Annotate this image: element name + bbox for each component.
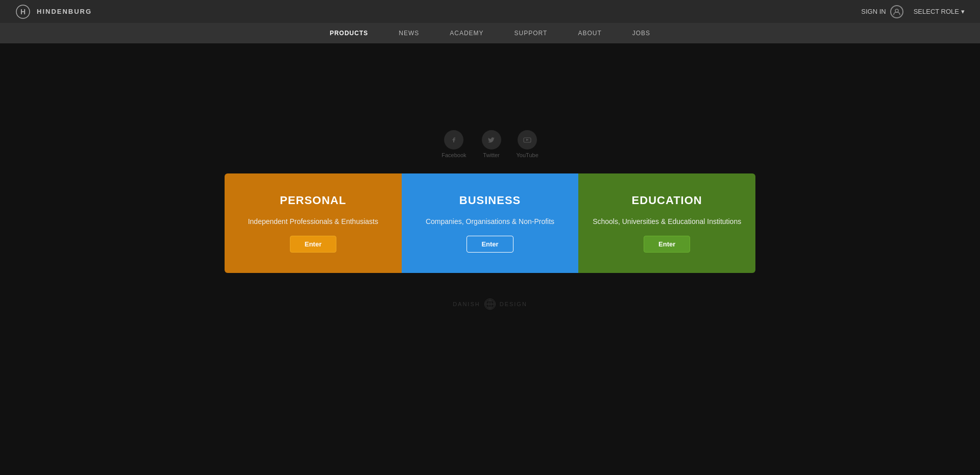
twitter-social-item[interactable]: Twitter (482, 130, 501, 158)
facebook-label: Facebook (442, 152, 466, 158)
hindenburg-logo-icon: H (15, 4, 31, 19)
business-enter-button[interactable]: Enter (467, 236, 513, 253)
personal-enter-button[interactable]: Enter (290, 236, 336, 253)
danish-logo-icon (484, 298, 496, 310)
chevron-down-icon: ▾ (961, 8, 965, 15)
personal-subtitle: Independent Professionals & Enthusiasts (248, 217, 378, 226)
header: H HINDENBURG SIGN IN SELECT ROLE ▾ (0, 0, 980, 23)
youtube-icon (518, 130, 537, 149)
education-title: EDUCATION (632, 194, 702, 207)
business-role-card: BUSINESS Companies, Organisations & Non-… (402, 173, 579, 273)
select-role-label: SELECT ROLE (914, 8, 959, 15)
youtube-social-item[interactable]: YouTube (517, 130, 538, 158)
personal-role-card: PERSONAL Independent Professionals & Ent… (225, 173, 402, 273)
social-icons-container: Facebook Twitter YouTube (442, 130, 538, 158)
user-avatar-icon (890, 5, 903, 18)
education-enter-button[interactable]: Enter (644, 236, 690, 253)
design-text: DESIGN (500, 301, 527, 307)
danish-design-logo: DANISH DESIGN (453, 298, 527, 310)
nav-item-academy[interactable]: ACADEMY (450, 30, 483, 37)
facebook-social-item[interactable]: Facebook (442, 130, 466, 158)
sign-in-button[interactable]: SIGN IN (861, 5, 903, 18)
nav-item-about[interactable]: ABOUT (578, 30, 601, 37)
danish-text: DANISH (453, 301, 480, 307)
nav-item-jobs[interactable]: JOBS (632, 30, 650, 37)
education-role-card: EDUCATION Schools, Universities & Educat… (578, 173, 755, 273)
nav-item-support[interactable]: SUPPORT (514, 30, 548, 37)
business-title: BUSINESS (459, 194, 521, 207)
business-subtitle: Companies, Organisations & Non-Profits (426, 217, 554, 226)
header-left: H HINDENBURG (15, 4, 92, 19)
sign-in-label: SIGN IN (861, 8, 886, 15)
youtube-label: YouTube (517, 152, 538, 158)
svg-marker-4 (526, 139, 529, 141)
personal-title: PERSONAL (280, 194, 346, 207)
twitter-label: Twitter (483, 152, 499, 158)
header-right: SIGN IN SELECT ROLE ▾ (861, 5, 965, 18)
facebook-icon (444, 130, 463, 149)
main-content: Facebook Twitter YouTube PERSONAL (0, 43, 980, 310)
svg-point-2 (895, 9, 898, 12)
nav-item-products[interactable]: PRODUCTS (330, 30, 368, 37)
twitter-icon (482, 130, 501, 149)
main-nav: PRODUCTS NEWS ACADEMY SUPPORT ABOUT JOBS (0, 23, 980, 43)
nav-item-news[interactable]: NEWS (399, 30, 419, 37)
footer-area: DANISH DESIGN (453, 298, 527, 310)
education-subtitle: Schools, Universities & Educational Inst… (593, 217, 741, 226)
logo-text: HINDENBURG (37, 8, 92, 15)
svg-text:H: H (20, 8, 26, 16)
select-role-dropdown[interactable]: SELECT ROLE ▾ (914, 8, 965, 15)
role-cards-container: PERSONAL Independent Professionals & Ent… (225, 173, 755, 273)
